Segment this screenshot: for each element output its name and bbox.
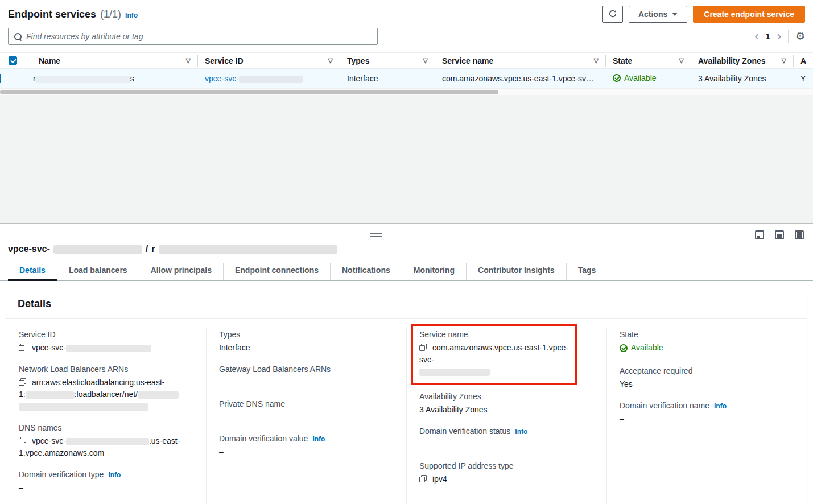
value-text: arn:aws:elasticloadbalancing:us-east-	[32, 378, 164, 387]
chevron-left-icon[interactable]: ‹	[755, 31, 759, 42]
field-network-load-balancers-arns: Network Load Balancers ARNsarn:aws:elast…	[19, 365, 192, 412]
filter-icon[interactable]: ▽	[679, 57, 684, 64]
select-all-checkbox[interactable]	[9, 56, 17, 65]
copy-icon[interactable]	[419, 475, 427, 482]
column-label: Types	[347, 56, 369, 65]
filter-icon[interactable]: ▽	[423, 57, 428, 64]
filter-icon[interactable]: ▽	[782, 57, 786, 64]
field-value: –	[419, 439, 593, 451]
filter-icon[interactable]: ▽	[186, 57, 191, 64]
chevron-right-icon[interactable]: ›	[777, 31, 781, 42]
field-domain-verification-name: Domain verification nameInfo–	[620, 401, 793, 425]
column-label: A	[800, 56, 806, 65]
value-text: ipv4	[432, 474, 447, 484]
info-link[interactable]: Info	[312, 435, 325, 443]
details-card-body: Service IDvpce-svc-Network Load Balancer…	[6, 319, 807, 504]
details-column-4: StateAvailableAcceptance requiredYesDoma…	[606, 328, 807, 504]
create-endpoint-service-button[interactable]: Create endpoint service	[693, 6, 805, 23]
info-link[interactable]: Info	[714, 402, 727, 410]
column-header-types[interactable]: Types▽	[340, 55, 435, 67]
column-header-state[interactable]: State▽	[606, 55, 691, 67]
redacted-text	[159, 245, 337, 254]
panel-maximize-icon[interactable]	[795, 230, 804, 239]
copy-icon[interactable]	[19, 378, 26, 386]
column-header-availability-zones[interactable]: Availability Zones▽	[691, 55, 794, 67]
column-header-service-id[interactable]: Service ID▽	[198, 55, 340, 67]
tab-details[interactable]: Details	[8, 263, 57, 280]
tab-endpoint-connections[interactable]: Endpoint connections	[223, 263, 330, 280]
search-icon	[14, 33, 22, 40]
value-text: –	[219, 378, 224, 387]
availability-zones-link[interactable]: 3 Availability Zones	[698, 74, 766, 83]
header-actions: Actions Create endpoint service	[602, 6, 805, 23]
details-column-1: Service IDvpce-svc-Network Load Balancer…	[6, 328, 206, 504]
search-box[interactable]	[8, 28, 378, 45]
copy-icon[interactable]	[419, 344, 427, 351]
horizontal-scrollbar[interactable]	[0, 88, 813, 95]
details-card-header: Details	[6, 290, 807, 319]
field-service-id: Service IDvpce-svc-	[19, 330, 192, 354]
field-value: –	[219, 411, 393, 423]
details-card: Details Service IDvpce-svc-Network Load …	[6, 290, 807, 504]
column-header-name[interactable]: Name▽	[26, 55, 198, 67]
field-private-dns-name: Private DNS name–	[219, 399, 393, 423]
tab-monitoring[interactable]: Monitoring	[402, 263, 466, 280]
split-panel-drag-handle[interactable]	[370, 233, 382, 238]
value-text: :loadbalancer/net/	[75, 390, 138, 399]
panel-title-separator: /	[146, 244, 148, 254]
cell-service-name: com.amazonaws.vpce.us-east-1.vpce-sv…	[435, 74, 606, 83]
panel-position-side-icon[interactable]	[775, 230, 784, 239]
column-header-a[interactable]: A	[794, 55, 813, 67]
filter-icon[interactable]: ▽	[594, 57, 599, 64]
redacted-text	[239, 76, 303, 83]
field-types: TypesInterface	[219, 330, 393, 354]
refresh-button[interactable]	[602, 6, 623, 23]
current-page[interactable]: 1	[766, 32, 770, 41]
tab-notifications[interactable]: Notifications	[330, 263, 402, 280]
empty-area	[0, 95, 813, 227]
field-label: State	[620, 330, 638, 339]
search-input[interactable]	[26, 32, 372, 41]
value-text: vpce-svc-	[32, 343, 66, 352]
availability-zones-link[interactable]: 3 Availability Zones	[419, 405, 488, 415]
tab-allow-principals[interactable]: Allow principals	[139, 263, 223, 280]
service-id-link[interactable]: vpce-svc-	[205, 74, 303, 83]
tab-tags[interactable]: Tags	[566, 263, 608, 280]
search-row: ‹ 1 › ⚙	[0, 23, 813, 45]
copy-icon[interactable]	[19, 437, 26, 444]
actions-button[interactable]: Actions	[629, 6, 687, 23]
tab-load-balancers[interactable]: Load balancers	[57, 263, 139, 280]
table-row[interactable]: rs vpce-svc- Interface com.amazonaws.vpc…	[0, 69, 813, 88]
value-text: –	[219, 412, 224, 422]
table-header-row: Name▽Service ID▽Types▽Service name▽State…	[0, 52, 813, 69]
field-value: 3 Availability Zones	[419, 404, 593, 416]
scrollbar-thumb[interactable]	[0, 90, 498, 94]
redacted-text	[26, 391, 75, 399]
field-label: Private DNS name	[219, 399, 285, 408]
field-value: –	[19, 482, 192, 494]
column-header-service-name[interactable]: Service name▽	[435, 55, 606, 67]
column-label: Service name	[442, 56, 493, 65]
title-info-link[interactable]: Info	[125, 11, 138, 19]
tab-contributor-insights[interactable]: Contributor Insights	[466, 263, 566, 280]
info-link[interactable]: Info	[108, 471, 121, 479]
redacted-text	[19, 403, 148, 411]
field-label: Acceptance required	[620, 366, 692, 375]
redacted-text	[138, 391, 179, 399]
field-value: com.amazonaws.vpce.us-east-1.vpce-svc-	[419, 342, 569, 366]
info-link[interactable]: Info	[515, 428, 527, 436]
redacted-text	[66, 345, 151, 352]
settings-gear-icon[interactable]: ⚙	[795, 31, 805, 42]
filter-icon[interactable]: ▽	[328, 57, 333, 64]
page-header: Endpoint services (1/1) Info Actions Cre…	[0, 0, 813, 23]
copy-icon[interactable]	[19, 344, 26, 351]
cell-availability-zones: 3 Availability Zones	[691, 74, 794, 83]
panel-position-bottom-icon[interactable]	[755, 230, 764, 239]
field-label: Network Load Balancers ARNs	[19, 365, 128, 374]
field-service-name: Service namecom.amazonaws.vpce.us-east-1…	[411, 324, 577, 385]
field-value: vpce-svc-.us-east-	[19, 435, 192, 447]
value-text: Yes	[620, 379, 633, 389]
field-label: Types	[219, 330, 240, 339]
row-checkbox[interactable]	[0, 74, 1, 83]
field-label: Supported IP address type	[419, 461, 514, 470]
